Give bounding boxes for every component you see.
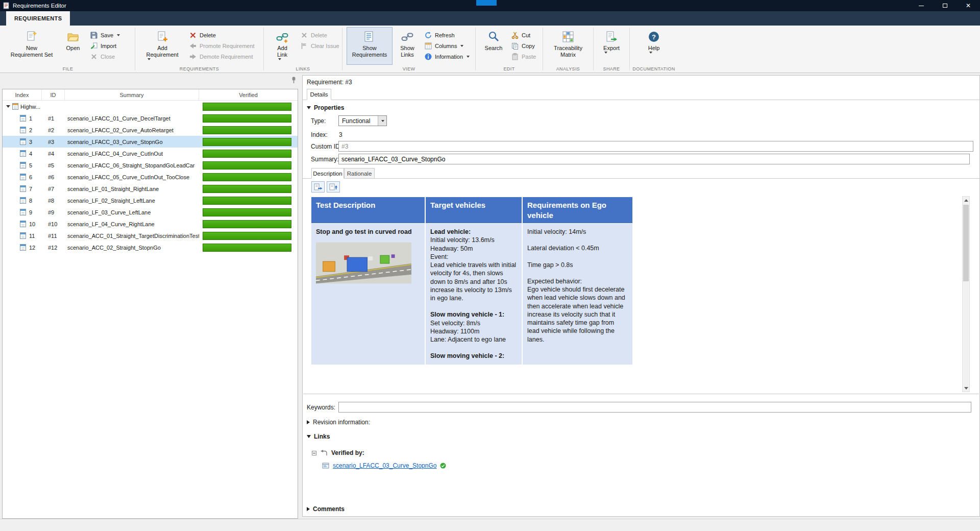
copy-button[interactable]: Copy <box>509 41 538 51</box>
add-link-button[interactable]: AddLink <box>268 27 297 65</box>
search-button[interactable]: Search <box>480 27 507 65</box>
tab-description[interactable]: Description <box>311 168 344 179</box>
columns-icon <box>424 42 432 50</box>
minimize-button[interactable] <box>910 0 933 11</box>
table-row-selected[interactable]: 3 #3 scenario_LFACC_03_Curve_StopnGo <box>3 136 298 148</box>
verified-bar <box>203 185 291 193</box>
properties-section-header[interactable]: Properties <box>307 104 344 111</box>
scroll-up-icon[interactable] <box>963 197 969 204</box>
collapse-icon <box>307 106 311 109</box>
scroll-down-icon[interactable] <box>963 384 969 392</box>
tab-details[interactable]: Details <box>307 89 331 100</box>
add-requirement-button[interactable]: AddRequirement <box>139 27 185 65</box>
close-button[interactable]: ✕ <box>957 0 980 11</box>
summary-field[interactable] <box>338 154 970 164</box>
description-toolbar <box>311 181 340 192</box>
ribbon-group-edit: Search Cut Copy <box>476 26 543 73</box>
cut-button[interactable]: Cut <box>509 30 538 40</box>
table-row[interactable]: 6 #6 scenario_LFACC_05_Curve_CutInOut_To… <box>3 171 298 183</box>
open-in-editor-button[interactable] <box>311 181 325 192</box>
column-header-id[interactable]: ID <box>42 89 65 100</box>
type-label: Type: <box>311 117 326 125</box>
ribbon-group-view: ShowRequirements ShowLinks Refresh <box>342 26 475 73</box>
verified-bar <box>203 220 291 228</box>
comments-section-header[interactable]: Comments <box>307 505 345 513</box>
revision-section-header[interactable]: Revision information: <box>307 419 370 426</box>
show-requirements-button[interactable]: ShowRequirements <box>347 27 393 65</box>
pin-icon[interactable] <box>290 76 297 84</box>
save-button[interactable]: Save <box>88 30 131 40</box>
delete-requirement-button[interactable]: Delete <box>187 30 259 40</box>
row-index: 11 <box>29 233 35 239</box>
verified-by-label: Verified by: <box>331 449 364 456</box>
refresh-icon <box>424 31 432 39</box>
row-id: #7 <box>42 183 65 195</box>
table-row[interactable]: 1 #1 scenario_LFACC_01_Curve_DecelTarget <box>3 112 298 124</box>
table-row[interactable]: 9 #9 scenario_LF_03_Curve_LeftLane <box>3 206 298 218</box>
collapse-minus-icon[interactable] <box>312 451 316 455</box>
requirement-icon <box>20 221 26 227</box>
open-button[interactable]: Open <box>60 27 86 65</box>
description-scrollbar[interactable] <box>962 196 970 392</box>
traceability-matrix-button[interactable]: TraceabilityMatrix <box>547 27 589 65</box>
export-button[interactable]: Export <box>598 27 625 65</box>
column-header-summary[interactable]: Summary <box>65 89 199 100</box>
columns-dropdown-icon <box>460 45 463 47</box>
ribbon: NewRequirement Set Open Save <box>0 26 980 73</box>
links-section-header[interactable]: Links <box>307 433 330 440</box>
table-row[interactable]: 10 #10 scenario_LF_04_Curve_RightLane <box>3 218 298 230</box>
table-row[interactable]: 4 #4 scenario_LFACC_04_Curve_CutInOut <box>3 148 298 159</box>
tab-requirements[interactable]: REQUIREMENTS <box>6 11 70 26</box>
maximize-button[interactable] <box>933 0 957 11</box>
information-button[interactable]: Information <box>422 52 471 61</box>
group-label-view: VIEW <box>342 66 475 71</box>
scrollbar-thumb[interactable] <box>963 205 969 281</box>
table-row-root[interactable]: Highw... <box>3 101 298 112</box>
tree-expander-icon[interactable] <box>6 105 10 108</box>
promote-icon <box>189 42 197 50</box>
titlebar: Requirements Editor ✕ <box>0 0 980 11</box>
summary-label: Summary: <box>311 156 339 163</box>
import-icon <box>90 42 98 50</box>
help-button[interactable]: ? Help <box>634 27 674 65</box>
custom-id-label: Custom ID: <box>311 143 341 150</box>
paste-icon <box>511 53 519 61</box>
table-row[interactable]: 2 #2 scenario_LFACC_02_Curve_AutoRetarge… <box>3 124 298 136</box>
ribbon-tabstrip: REQUIREMENTS <box>0 11 980 26</box>
new-requirement-set-button[interactable]: NewRequirement Set <box>5 27 58 65</box>
table-row[interactable]: 7 #7 scenario_LF_01_Straight_RightLane <box>3 183 298 195</box>
group-label-edit: EDIT <box>476 66 543 71</box>
titlebar-accent <box>476 0 497 6</box>
verified-bar <box>203 150 291 158</box>
verified-bar <box>203 173 291 181</box>
row-summary: scenario_LFACC_05_Curve_CutInOut_TooClos… <box>65 171 199 183</box>
table-row[interactable]: 5 #5 scenario_LFACC_06_Straight_StopandG… <box>3 159 298 171</box>
information-icon <box>424 53 432 61</box>
table-row[interactable]: 8 #8 scenario_LF_02_Straight_LeftLane <box>3 195 298 206</box>
table-row[interactable]: 11 #11 scenario_ACC_01_Straight_TargetDi… <box>3 230 298 242</box>
column-header-index[interactable]: Index <box>3 89 42 100</box>
refresh-button[interactable]: Refresh <box>422 30 471 40</box>
import-button[interactable]: Import <box>88 41 131 51</box>
column-header-verified[interactable]: Verified <box>199 89 298 100</box>
verification-link[interactable]: scenario_LFACC_03_Curve_StopnGo <box>333 462 436 469</box>
verified-bar <box>203 103 291 111</box>
tab-rationale[interactable]: Rationale <box>344 168 375 179</box>
add-link-dropdown-icon <box>278 58 281 60</box>
keywords-label: Keywords: <box>307 404 335 411</box>
row-id: #6 <box>42 171 65 183</box>
open-icon <box>66 30 80 43</box>
requirement-icon <box>20 162 26 168</box>
test-description-title: Stop and go test in curved road <box>316 228 420 236</box>
details-tabstrip: Details <box>303 89 979 100</box>
type-select[interactable]: Functional <box>338 115 387 126</box>
description-editor[interactable]: Test Description Target vehicles Require… <box>303 195 979 394</box>
row-summary: scenario_LF_02_Straight_LeftLane <box>65 195 199 206</box>
table-row[interactable]: 12 #12 scenario_ACC_02_Straight_StopnGo <box>3 242 298 253</box>
keywords-field[interactable] <box>338 402 971 413</box>
columns-button[interactable]: Columns <box>422 41 471 51</box>
row-summary: scenario_LFACC_01_Curve_DecelTarget <box>65 112 199 124</box>
insert-content-button[interactable] <box>327 181 340 192</box>
custom-id-field[interactable] <box>338 141 973 152</box>
show-links-button[interactable]: ShowLinks <box>394 27 421 65</box>
